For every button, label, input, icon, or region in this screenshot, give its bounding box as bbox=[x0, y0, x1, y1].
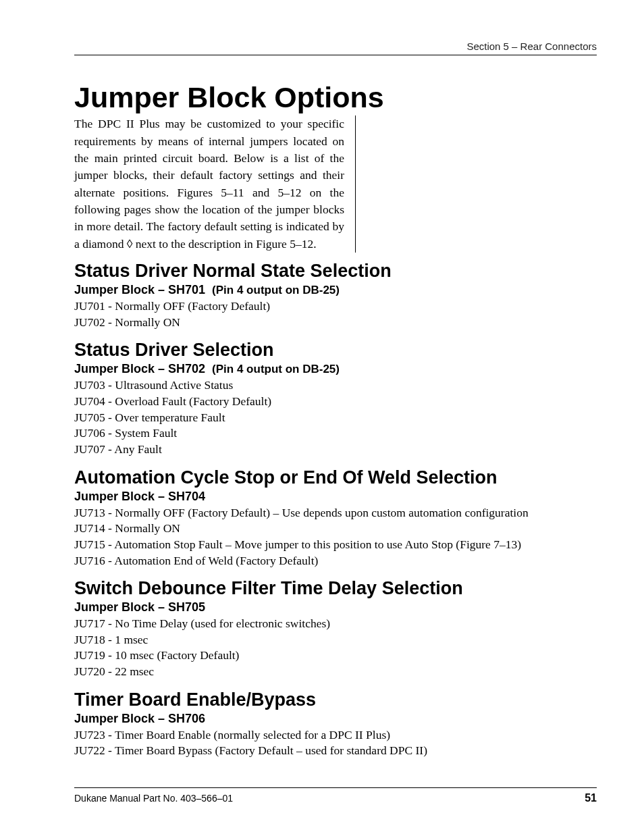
page: Section 5 – Rear Connectors Jumper Block… bbox=[0, 0, 644, 834]
section-note: (Pin 4 output on DB-25) bbox=[212, 284, 340, 296]
list-item: JU704 - Overload Fault (Factory Default) bbox=[74, 394, 597, 410]
list-item: JU722 - Timer Board Bypass (Factory Defa… bbox=[74, 743, 597, 759]
section-heading: Automation Cycle Stop or End Of Weld Sel… bbox=[74, 467, 597, 488]
section-heading: Switch Debounce Filter Time Delay Select… bbox=[74, 578, 597, 599]
footer-row: Dukane Manual Part No. 403–566–01 51 bbox=[74, 792, 597, 804]
section-subheading: Jumper Block – SH702 (Pin 4 output on DB… bbox=[74, 362, 597, 376]
section-heading: Status Driver Normal State Selection bbox=[74, 261, 597, 282]
jumper-block-label: Jumper Block – SH704 bbox=[74, 490, 205, 503]
list-item: JU720 - 22 msec bbox=[74, 664, 597, 680]
jumper-block-label: Jumper Block – SH701 bbox=[74, 283, 205, 296]
section-heading: Status Driver Selection bbox=[74, 340, 597, 361]
list-item: JU719 - 10 msec (Factory Default) bbox=[74, 648, 597, 664]
header-rule bbox=[74, 55, 597, 55]
jumper-block-label: Jumper Block – SH702 bbox=[74, 362, 205, 375]
page-footer: Dukane Manual Part No. 403–566–01 51 bbox=[74, 787, 597, 804]
list-item: JU718 - 1 msec bbox=[74, 632, 597, 648]
list-item: JU717 - No Time Delay (used for electron… bbox=[74, 616, 597, 632]
list-item: JU715 - Automation Stop Fault – Move jum… bbox=[74, 537, 597, 553]
page-title: Jumper Block Options bbox=[74, 82, 597, 113]
footer-rule bbox=[74, 787, 597, 788]
section-subheading: Jumper Block – SH704 bbox=[74, 490, 597, 504]
jumper-block-label: Jumper Block – SH705 bbox=[74, 600, 205, 614]
intro-paragraph: The DPC II Plus may be customized to you… bbox=[74, 115, 356, 253]
section-subheading: Jumper Block – SH706 bbox=[74, 712, 597, 726]
jumper-block-label: Jumper Block – SH706 bbox=[74, 712, 205, 725]
list-item: JU702 - Normally ON bbox=[74, 315, 597, 331]
section-subheading: Jumper Block – SH705 bbox=[74, 600, 597, 615]
item-list: JU717 - No Time Delay (used for electron… bbox=[74, 616, 597, 680]
list-item: JU716 - Automation End of Weld (Factory … bbox=[74, 553, 597, 569]
item-list: JU703 - Ultrasound Active Status JU704 -… bbox=[74, 377, 597, 457]
list-item: JU707 - Any Fault bbox=[74, 442, 597, 458]
list-item: JU701 - Normally OFF (Factory Default) bbox=[74, 298, 597, 315]
section-heading: Timer Board Enable/Bypass bbox=[74, 689, 597, 710]
list-item: JU706 - System Fault bbox=[74, 425, 597, 442]
item-list: JU713 - Normally OFF (Factory Default) –… bbox=[74, 505, 597, 569]
running-head: Section 5 – Rear Connectors bbox=[74, 41, 597, 52]
section-subheading: Jumper Block – SH701 (Pin 4 output on DB… bbox=[74, 283, 597, 297]
item-list: JU723 - Timer Board Enable (normally sel… bbox=[74, 727, 597, 759]
list-item: JU723 - Timer Board Enable (normally sel… bbox=[74, 727, 597, 744]
list-item: JU705 - Over temperature Fault bbox=[74, 410, 597, 426]
section-note: (Pin 4 output on DB-25) bbox=[212, 363, 340, 375]
footer-manual-number: Dukane Manual Part No. 403–566–01 bbox=[74, 793, 233, 804]
list-item: JU703 - Ultrasound Active Status bbox=[74, 377, 597, 394]
item-list: JU701 - Normally OFF (Factory Default) J… bbox=[74, 298, 597, 330]
list-item: JU713 - Normally OFF (Factory Default) –… bbox=[74, 505, 597, 521]
list-item: JU714 - Normally ON bbox=[74, 521, 597, 537]
page-number: 51 bbox=[585, 792, 597, 804]
